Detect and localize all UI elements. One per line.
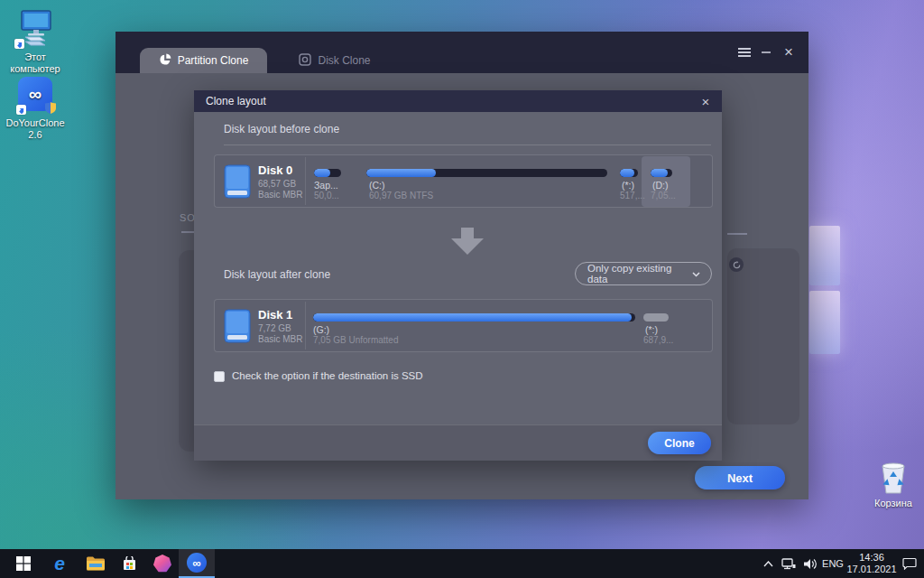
partition-size: 517,... <box>620 191 645 200</box>
desktop-icon-label: Корзина <box>858 498 924 509</box>
recycle-bin-icon <box>877 459 910 495</box>
target-underline-fragment <box>727 233 747 235</box>
doyourclone-window: Partition Clone Disk Clone × SOU <box>116 32 808 499</box>
tab-bar: Partition Clone Disk Clone × <box>116 32 808 73</box>
edge-icon: e <box>54 553 65 574</box>
minimize-icon[interactable] <box>758 44 774 61</box>
desktop-icon-label: DoYourClone <box>0 117 70 129</box>
start-button[interactable] <box>5 549 42 578</box>
partition-name: (*:) <box>645 324 658 335</box>
source-card-fragment <box>179 250 194 452</box>
arrow-down-icon <box>451 228 484 258</box>
source-heading-fragment: SOU <box>180 212 194 225</box>
paint3d-icon <box>153 555 171 573</box>
next-button[interactable]: Next <box>695 466 785 489</box>
wallpaper-pane <box>809 226 840 285</box>
disk-type: Basic MBR <box>258 334 302 344</box>
partition-bar[interactable] <box>366 169 607 177</box>
doyourclone-icon: ∞ <box>187 553 207 573</box>
refresh-icon[interactable] <box>729 257 744 272</box>
network-icon <box>781 558 796 570</box>
partition-size: 50,0... <box>314 191 339 200</box>
disk-type: Basic MBR <box>258 190 302 200</box>
menu-icon[interactable] <box>736 44 753 61</box>
tab-label: Disk Clone <box>318 54 370 67</box>
partition-name: (*:) <box>622 180 634 191</box>
action-center-icon <box>902 557 917 570</box>
wallpaper-pane <box>809 291 840 354</box>
file-explorer-icon <box>87 556 105 571</box>
desktop-icon-this-pc[interactable]: Этот компьютер <box>0 9 70 75</box>
pie-chart-icon <box>159 53 171 69</box>
taskbar-store[interactable] <box>112 549 146 578</box>
ssd-checkbox[interactable] <box>214 371 225 382</box>
chevron-up-icon <box>763 561 773 567</box>
taskbar-doyourclone[interactable]: ∞ <box>179 549 215 578</box>
partition-bar[interactable] <box>620 169 638 177</box>
dialog-footer: Clone <box>194 424 722 461</box>
disk-size: 7,72 GB <box>258 323 291 333</box>
taskbar: e ∞ <box>0 549 924 578</box>
tray-action-center[interactable] <box>897 549 922 578</box>
clone-button[interactable]: Clone <box>648 432 711 454</box>
taskbar-edge[interactable]: e <box>42 549 78 578</box>
after-clone-heading: Disk layout after clone <box>224 268 330 281</box>
uac-shield-icon <box>45 102 56 117</box>
partition-name: (C:) <box>369 180 385 191</box>
store-icon <box>122 556 137 572</box>
partition-size: 60,97 GB NTFS <box>369 191 433 200</box>
dialog-titlebar: Clone layout × <box>194 90 722 112</box>
desktop-icon-recycle-bin[interactable]: Корзина <box>858 459 924 509</box>
tray-volume[interactable] <box>799 549 821 578</box>
tab-label: Partition Clone <box>178 54 249 67</box>
close-icon[interactable]: × <box>781 44 797 61</box>
copy-mode-dropdown[interactable]: Only copy existing data <box>575 262 712 285</box>
tab-disk-clone[interactable]: Disk Clone <box>280 48 390 73</box>
dialog-close-icon[interactable]: × <box>697 92 715 110</box>
disk-name: Disk 1 <box>258 308 292 322</box>
disk0-row[interactable]: Disk 0 68,57 GB Basic MBR Зар... 50,0...… <box>214 154 713 208</box>
disk-size: 68,57 GB <box>258 179 296 189</box>
desktop: Этот компьютер ∞ DoYourClone 2.6 <box>0 0 924 578</box>
partition-size: 7,05... <box>651 191 676 200</box>
tray-network[interactable] <box>778 549 799 578</box>
shortcut-arrow-icon <box>14 39 24 49</box>
tray-language[interactable]: ENG <box>819 549 846 578</box>
partition-size: 687,9... <box>643 335 673 345</box>
tray-show-hidden-icons[interactable] <box>758 549 778 578</box>
clock-time: 14:36 <box>846 552 896 564</box>
tab-partition-clone[interactable]: Partition Clone <box>140 48 267 73</box>
hard-disk-icon <box>224 309 251 347</box>
partition-bar-selected[interactable] <box>651 169 672 177</box>
dialog-title: Clone layout <box>206 95 266 107</box>
before-clone-heading: Disk layout before clone <box>224 123 339 135</box>
taskbar-file-explorer[interactable] <box>78 549 114 578</box>
tray-clock[interactable]: 14:36 17.01.2021 <box>846 549 897 578</box>
clock-date: 17.01.2021 <box>846 564 896 575</box>
unallocated-bar[interactable] <box>643 313 669 322</box>
dropdown-value: Only copy existing data <box>587 263 692 284</box>
this-pc-icon <box>14 9 56 49</box>
partition-size: 7,05 GB Unformatted <box>313 335 399 345</box>
disk-name: Disk 0 <box>258 163 292 177</box>
divider <box>305 157 306 205</box>
hard-disk-icon <box>224 164 251 202</box>
chevron-down-icon <box>692 268 700 279</box>
desktop-icon-doyourclone[interactable]: ∞ DoYourClone 2.6 <box>0 77 70 141</box>
doyourclone-app-icon: ∞ <box>16 77 54 115</box>
partition-bar[interactable] <box>313 313 635 322</box>
partition-name: Зар... <box>314 180 338 191</box>
source-underline <box>181 231 194 233</box>
desktop-icon-label: 2.6 <box>0 129 70 141</box>
disk-icon <box>299 53 311 69</box>
partition-bar[interactable] <box>314 169 341 177</box>
speaker-icon <box>804 558 818 570</box>
divider <box>305 302 306 350</box>
partition-name: (G:) <box>313 324 329 335</box>
windows-logo-icon <box>16 556 31 571</box>
disk1-row[interactable]: Disk 1 7,72 GB Basic MBR (G:) 7,05 GB Un… <box>214 299 713 352</box>
target-card-fragment <box>727 248 799 424</box>
taskbar-paint3d[interactable] <box>144 549 180 578</box>
divider <box>224 144 711 145</box>
desktop-icon-label: Этот компьютер <box>0 51 70 75</box>
